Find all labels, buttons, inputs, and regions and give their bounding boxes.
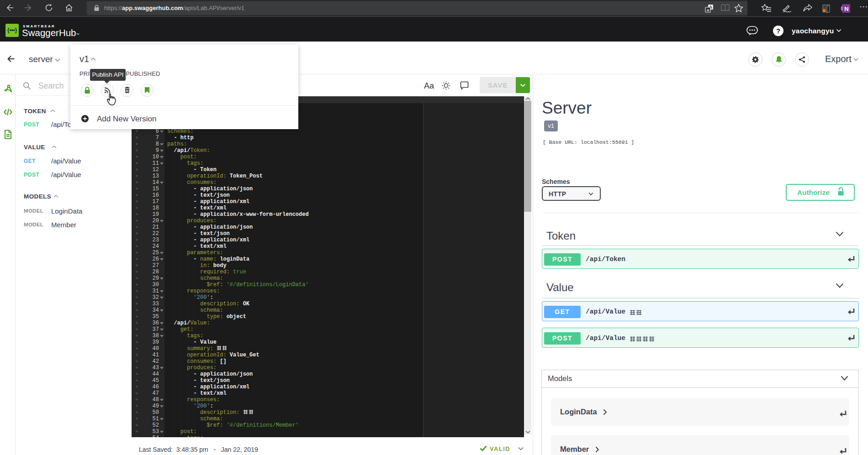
svg-text:N: N xyxy=(844,5,848,12)
